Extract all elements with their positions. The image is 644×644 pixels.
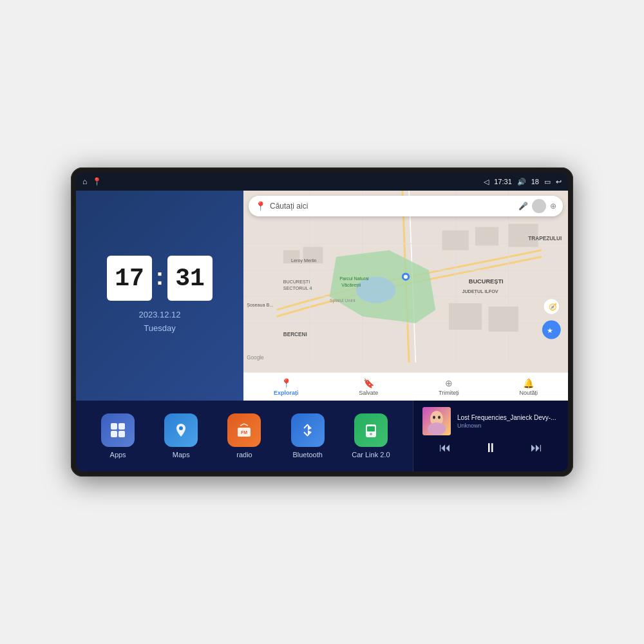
app-item-radio[interactable]: FM radio: [225, 413, 263, 459]
svg-text:🧭: 🧭: [549, 303, 557, 311]
svg-rect-31: [118, 431, 125, 437]
saved-label: Salvate: [359, 390, 378, 396]
apps-icon: [101, 413, 135, 447]
map-nav-saved[interactable]: 🔖 Salvate: [359, 378, 378, 396]
apps-label: Apps: [110, 451, 126, 459]
music-top: Lost Frequencies_Janieck Devy-... Unknow…: [422, 407, 559, 435]
app-item-bluetooth[interactable]: Bluetooth: [289, 413, 327, 459]
svg-text:BUCUREȘTI: BUCUREȘTI: [283, 279, 310, 285]
back-icon[interactable]: ↩: [556, 178, 562, 186]
user-avatar[interactable]: [532, 199, 546, 213]
music-player: Lost Frequencies_Janieck Devy-... Unknow…: [413, 401, 568, 471]
music-artist: Unknown: [457, 422, 559, 429]
carlink-label: Car Link 2.0: [352, 451, 390, 459]
map-bottom-nav: 📍 Explorați 🔖 Salvate ⊕ Trimiteți 🔔: [243, 372, 568, 401]
maps-status-icon[interactable]: 📍: [92, 177, 102, 186]
svg-rect-29: [118, 423, 125, 430]
clock-date: 2023.12.12 Tuesday: [138, 308, 180, 336]
music-info: Lost Frequencies_Janieck Devy-... Unknow…: [457, 414, 559, 429]
clock-hour: 17: [107, 256, 152, 301]
svg-text:JUDEȚUL ILFOV: JUDEȚUL ILFOV: [462, 289, 498, 294]
status-bar: ⌂ 📍 ◁ 17:31 🔊 18 ▭ ↩: [76, 173, 568, 191]
svg-text:★: ★: [547, 327, 553, 334]
news-icon: 🔔: [523, 378, 534, 388]
svg-text:SECTORUL 4: SECTORUL 4: [283, 285, 312, 291]
svg-rect-9: [489, 307, 518, 332]
prev-button[interactable]: ⏮: [437, 441, 453, 455]
svg-point-40: [428, 422, 446, 435]
volume-level: 18: [531, 178, 539, 185]
svg-point-37: [370, 433, 372, 435]
bluetooth-label: Bluetooth: [292, 451, 322, 459]
svg-point-42: [438, 416, 440, 419]
svg-text:BUCUREȘTI: BUCUREȘTI: [469, 278, 504, 285]
app-item-apps[interactable]: Apps: [99, 413, 137, 459]
map-nav-news[interactable]: 🔔 Noutăți: [520, 378, 538, 396]
maps-label: Maps: [173, 451, 190, 459]
svg-rect-6: [475, 227, 498, 246]
bottom-row: Apps Maps: [76, 401, 568, 471]
clock-widget: 17 : 31 2023.12.12 Tuesday: [76, 191, 243, 401]
battery-icon: ▭: [544, 178, 551, 186]
svg-text:Văcărești: Văcărești: [341, 282, 361, 288]
status-right-info: ◁ 17:31 🔊 18 ▭ ↩: [484, 178, 562, 186]
home-icon[interactable]: ⌂: [82, 177, 87, 186]
maps-icon: [164, 413, 198, 447]
svg-text:Șoseaua B...: Șoseaua B...: [247, 302, 273, 308]
device: ⌂ 📍 ◁ 17:31 🔊 18 ▭ ↩ 17 :: [71, 167, 573, 477]
svg-rect-8: [449, 303, 482, 330]
bluetooth-icon: [291, 413, 325, 447]
svg-text:FM: FM: [241, 430, 247, 435]
clock-minute: 31: [167, 256, 213, 301]
clock-colon: :: [156, 263, 164, 290]
svg-rect-36: [367, 426, 375, 431]
svg-point-32: [179, 426, 183, 430]
clock-display: 17 : 31: [107, 256, 213, 301]
layers-icon[interactable]: ⊕: [550, 202, 556, 211]
svg-rect-28: [111, 423, 117, 430]
status-left-icons: ⌂ 📍: [82, 177, 102, 186]
radio-label: radio: [236, 451, 252, 459]
explore-icon: 📍: [281, 378, 292, 388]
map-nav-send[interactable]: ⊕ Trimiteți: [439, 378, 459, 396]
svg-text:Parcul Natural: Parcul Natural: [339, 276, 369, 281]
svg-rect-30: [111, 431, 117, 437]
app-item-maps[interactable]: Maps: [162, 413, 200, 459]
map-search-text[interactable]: Căutați aici: [270, 202, 515, 211]
send-label: Trimiteți: [439, 390, 459, 396]
news-label: Noutăți: [520, 390, 538, 396]
microphone-icon[interactable]: 🎤: [518, 202, 528, 211]
music-controls: ⏮ ⏸ ⏭: [422, 440, 559, 455]
album-art: [422, 407, 451, 435]
app-item-carlink[interactable]: Car Link 2.0: [352, 413, 390, 459]
svg-point-41: [433, 416, 435, 419]
volume-icon: 🔊: [517, 178, 526, 186]
main-content: 17 : 31 2023.12.12 Tuesday: [76, 191, 568, 471]
svg-text:Google: Google: [247, 355, 264, 361]
app-icons: Apps Maps: [76, 401, 413, 471]
svg-text:BERCENI: BERCENI: [283, 332, 307, 337]
screen: ⌂ 📍 ◁ 17:31 🔊 18 ▭ ↩ 17 :: [76, 173, 568, 471]
map-search-bar[interactable]: 📍 Căutați aici 🎤 ⊕: [249, 196, 563, 216]
svg-text:TRAPEZULUI: TRAPEZULUI: [528, 236, 562, 242]
top-row: 17 : 31 2023.12.12 Tuesday: [76, 191, 568, 401]
map-pin-icon: 📍: [255, 201, 266, 211]
explore-label: Explorați: [274, 390, 299, 396]
saved-icon: 🔖: [363, 378, 374, 388]
map-widget[interactable]: TRAPEZULUI BUCUREȘTI JUDEȚUL ILFOV BERCE…: [243, 191, 568, 401]
radio-icon: FM: [227, 413, 261, 447]
status-time: 17:31: [494, 178, 512, 185]
signal-icon: ◁: [484, 178, 489, 186]
svg-point-23: [404, 275, 408, 279]
music-title: Lost Frequencies_Janieck Devy-...: [457, 414, 559, 421]
map-background: TRAPEZULUI BUCUREȘTI JUDEȚUL ILFOV BERCE…: [243, 191, 568, 363]
send-icon: ⊕: [445, 378, 453, 388]
map-nav-explore[interactable]: 📍 Explorați: [274, 378, 299, 396]
carlink-icon: [354, 413, 388, 447]
svg-text:Splaiul Unirii: Splaiul Unirii: [330, 298, 355, 303]
svg-text:Leroy Merlin: Leroy Merlin: [291, 258, 317, 263]
next-button[interactable]: ⏭: [528, 441, 545, 455]
play-pause-button[interactable]: ⏸: [482, 440, 500, 455]
svg-rect-5: [442, 231, 469, 251]
